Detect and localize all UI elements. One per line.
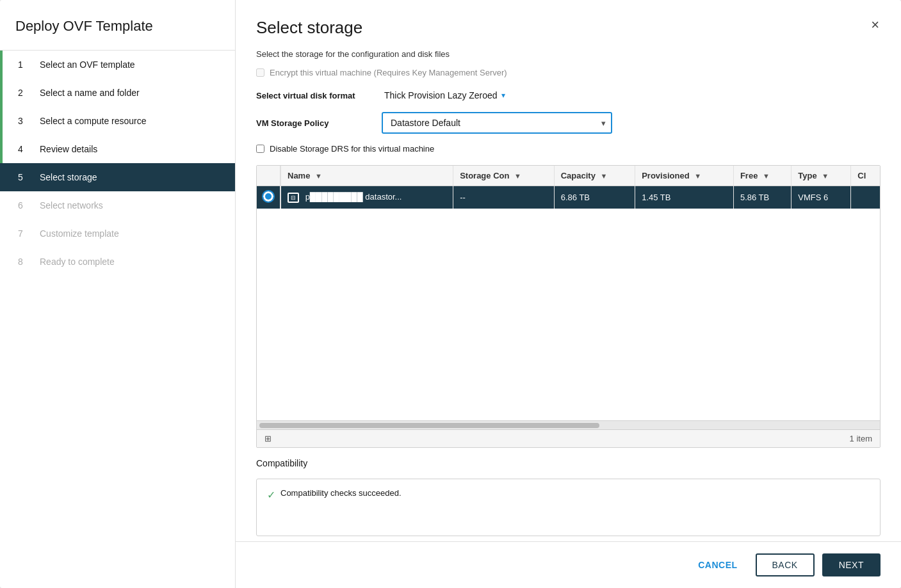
datastore-icon: ⊟ <box>288 193 299 203</box>
disable-storage-drs-label: Disable Storage DRS for this virtual mac… <box>270 144 434 154</box>
filter-icon[interactable]: ▼ <box>315 172 322 180</box>
col-name[interactable]: Name ▼ <box>281 166 453 186</box>
col-type-label: Type <box>798 171 816 180</box>
virtual-disk-format-dropdown[interactable]: Thick Provision Lazy Zeroed ▾ <box>382 89 508 102</box>
cell-cl <box>851 186 880 209</box>
col-storage-con[interactable]: Storage Con ▼ <box>453 166 555 186</box>
step-number: 2 <box>18 88 32 98</box>
col-radio <box>257 166 280 186</box>
table-body: ⊟ p█████████ datastor... -- 6.86 TB 1.45… <box>257 186 880 209</box>
step-label: Select an OVF template <box>40 60 135 70</box>
cell-name-value: p█████████ datastor... <box>305 192 402 202</box>
virtual-disk-format-label: Select virtual disk format <box>256 91 371 100</box>
sidebar-step-2[interactable]: 2Select a name and folder <box>0 79 235 107</box>
col-name-label: Name <box>288 171 310 180</box>
col-capacity-label: Capacity <box>561 171 596 180</box>
col-cl-label: Cl <box>857 171 866 180</box>
disable-storage-drs-row: Disable Storage DRS for this virtual mac… <box>256 144 881 154</box>
table-row[interactable]: ⊟ p█████████ datastor... -- 6.86 TB 1.45… <box>257 186 880 209</box>
virtual-disk-format-value: Thick Provision Lazy Zeroed <box>384 90 498 100</box>
cell-name: ⊟ p█████████ datastor... <box>281 186 453 209</box>
filter-icon[interactable]: ▼ <box>763 172 770 180</box>
encrypt-checkbox[interactable] <box>256 68 264 77</box>
col-storage-con-label: Storage Con <box>460 171 509 180</box>
compatibility-box: ✓ Compatibility checks succeeded. <box>256 479 881 536</box>
col-capacity[interactable]: Capacity ▼ <box>554 166 635 186</box>
step-label: Select networks <box>40 200 103 211</box>
sidebar-step-3[interactable]: 3Select a compute resource <box>0 107 235 135</box>
radio-selected-icon <box>263 191 273 202</box>
main-content: Select storage × Select the storage for … <box>236 0 901 588</box>
compatibility-text: Compatibility checks succeeded. <box>280 488 402 498</box>
modal-footer: CANCEL BACK NEXT <box>236 541 901 588</box>
step-number: 4 <box>18 144 32 154</box>
step-number: 6 <box>18 200 32 211</box>
vm-storage-policy-select-wrapper: Datastore Default ▾ <box>382 112 612 134</box>
filter-icon[interactable]: ▼ <box>514 172 521 180</box>
encrypt-label: Encrypt this virtual machine (Requires K… <box>270 68 507 77</box>
modal: Deploy OVF Template 1Select an OVF templ… <box>0 0 901 588</box>
step-label: Ready to complete <box>40 257 115 267</box>
step-number: 8 <box>18 257 32 267</box>
col-provisioned[interactable]: Provisioned ▼ <box>635 166 734 186</box>
step-label: Select a compute resource <box>40 116 147 126</box>
filter-icon[interactable]: ▼ <box>601 172 608 180</box>
table-overflow: Name ▼ Storage Con ▼ Capacity ▼ <box>257 166 880 420</box>
disable-storage-drs-checkbox[interactable] <box>256 145 264 153</box>
compatibility-label: Compatibility <box>256 458 881 468</box>
storage-table-container: Name ▼ Storage Con ▼ Capacity ▼ <box>256 165 881 448</box>
chevron-down-icon: ▾ <box>501 91 505 100</box>
step-label: Select storage <box>40 172 97 182</box>
sidebar: Deploy OVF Template 1Select an OVF templ… <box>0 0 236 588</box>
filter-icon[interactable]: ▼ <box>694 172 701 180</box>
step-number: 7 <box>18 228 32 239</box>
cell-storage-con: -- <box>453 186 555 209</box>
table-header: Name ▼ Storage Con ▼ Capacity ▼ <box>257 166 880 186</box>
vm-storage-policy-label: VM Storage Policy <box>256 118 371 128</box>
column-chooser-icon[interactable]: ⊞ <box>264 434 272 443</box>
item-count: 1 item <box>850 434 872 443</box>
encrypt-row: Encrypt this virtual machine (Requires K… <box>256 68 881 77</box>
sidebar-title: Deploy OVF Template <box>0 0 235 51</box>
cell-type: VMFS 6 <box>791 186 851 209</box>
section-description: Select the storage for the configuration… <box>256 49 881 59</box>
col-free[interactable]: Free ▼ <box>733 166 791 186</box>
col-provisioned-label: Provisioned <box>642 171 689 180</box>
back-button[interactable]: BACK <box>756 553 815 576</box>
sidebar-steps: 1Select an OVF template2Select a name an… <box>0 51 235 588</box>
vm-storage-policy-row: VM Storage Policy Datastore Default ▾ <box>256 112 881 134</box>
step-label: Review details <box>40 144 97 154</box>
page-title: Select storage <box>256 18 362 38</box>
sidebar-step-4[interactable]: 4Review details <box>0 135 235 163</box>
radio-cell[interactable] <box>257 186 280 209</box>
sidebar-step-8: 8Ready to complete <box>0 248 235 276</box>
cell-provisioned: 1.45 TB <box>635 186 734 209</box>
step-number: 5 <box>18 172 32 182</box>
step-number: 3 <box>18 116 32 126</box>
sidebar-step-7: 7Customize template <box>0 219 235 248</box>
col-cl[interactable]: Cl <box>851 166 880 186</box>
horizontal-scrollbar[interactable] <box>257 420 880 429</box>
step-label: Select a name and folder <box>40 88 140 98</box>
cell-capacity: 6.86 TB <box>554 186 635 209</box>
sidebar-step-1[interactable]: 1Select an OVF template <box>0 51 235 79</box>
next-button[interactable]: NEXT <box>822 553 881 576</box>
check-icon: ✓ <box>267 489 275 501</box>
cell-free: 5.86 TB <box>733 186 791 209</box>
cancel-button[interactable]: CANCEL <box>688 555 747 575</box>
step-label: Customize template <box>40 228 119 239</box>
table-footer: ⊞ 1 item <box>257 429 880 447</box>
step-number: 1 <box>18 60 32 70</box>
col-type[interactable]: Type ▼ <box>791 166 851 186</box>
sidebar-step-5[interactable]: 5Select storage <box>0 163 235 191</box>
scrollbar-thumb <box>259 423 599 428</box>
storage-table: Name ▼ Storage Con ▼ Capacity ▼ <box>257 166 880 209</box>
filter-icon[interactable]: ▼ <box>822 172 829 180</box>
virtual-disk-format-row: Select virtual disk format Thick Provisi… <box>256 89 881 102</box>
main-header: Select storage × <box>236 0 901 38</box>
sidebar-step-6: 6Select networks <box>0 191 235 219</box>
vm-storage-policy-select[interactable]: Datastore Default <box>382 112 612 134</box>
col-free-label: Free <box>740 171 758 180</box>
close-button[interactable]: × <box>870 18 881 32</box>
main-body: Select the storage for the configuration… <box>236 38 901 541</box>
